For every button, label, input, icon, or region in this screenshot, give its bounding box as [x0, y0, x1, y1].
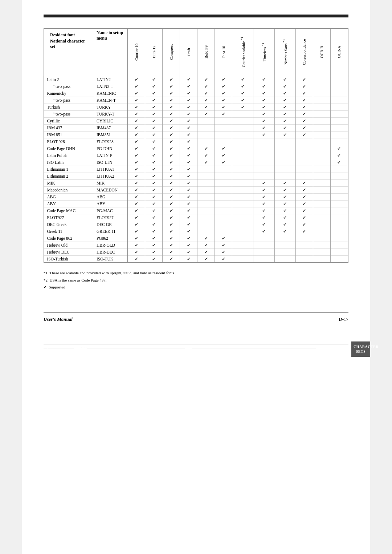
- check-cell: [232, 249, 253, 256]
- check-cell: ✔: [163, 228, 180, 235]
- table-row: Code Page MACPG-MAC✔✔✔✔✔✔✔: [44, 207, 348, 214]
- row-name-cell: Latin 2: [44, 76, 95, 83]
- check-cell: ✔: [215, 159, 232, 166]
- check-cell: ✔: [215, 76, 232, 83]
- check-cell: ✔: [180, 145, 197, 152]
- check-cell: ✔: [163, 97, 180, 104]
- check-cell: [232, 118, 253, 125]
- check-cell: ✔: [180, 111, 197, 118]
- table-header-row: Resident font National character set Nam…: [44, 29, 348, 76]
- check-cell: [274, 235, 295, 242]
- check-cell: ✔: [253, 104, 274, 111]
- row-code-cell: CYRILIC: [95, 118, 128, 125]
- check-cell: [274, 166, 295, 173]
- check-cell: ✔: [180, 249, 197, 256]
- check-cell: ✔: [128, 138, 145, 145]
- check-cell: ✔: [274, 221, 295, 228]
- row-name-cell: Code Page 862: [44, 235, 95, 242]
- check-cell: ✔: [197, 97, 215, 104]
- check-cell: [295, 138, 313, 145]
- check-cell: [330, 166, 348, 173]
- check-cell: ✔: [197, 145, 215, 152]
- check-cell: [330, 249, 348, 256]
- check-cell: [295, 235, 313, 242]
- row-name-cell: Code Page DHN: [44, 145, 95, 152]
- check-cell: ✔: [163, 111, 180, 118]
- page: Resident font National character set Nam…: [22, 0, 370, 554]
- check-cell: ✔: [163, 187, 180, 194]
- row-name-cell: Code Page MAC: [44, 207, 95, 214]
- check-cell: [313, 76, 330, 83]
- row-code-cell: HBR-OLD: [95, 242, 128, 249]
- check-cell: ✔: [145, 187, 163, 194]
- row-code-cell: LATIN2: [95, 76, 128, 83]
- row-name-cell: " two-pass: [44, 111, 95, 118]
- check-cell: [313, 173, 330, 180]
- check-cell: ✔: [295, 125, 313, 132]
- check-cell: ✔: [128, 132, 145, 138]
- check-cell: ✔: [232, 76, 253, 83]
- table-row: Greek 11GREEK 11✔✔✔✔✔✔✔: [44, 228, 348, 235]
- col-header-boldps: Bold PS: [197, 29, 215, 76]
- check-cell: [313, 194, 330, 201]
- check-cell: ✔: [274, 76, 295, 83]
- row-name-cell: ISO Latin: [44, 159, 95, 166]
- check-cell: ✔: [180, 235, 197, 242]
- check-cell: [253, 145, 274, 152]
- check-cell: [253, 249, 274, 256]
- check-cell: ✔: [253, 194, 274, 201]
- check-cell: ✔: [128, 194, 145, 201]
- row-name-cell: ELOT927: [44, 214, 95, 221]
- row-code-cell: TURKY-T: [95, 111, 128, 118]
- check-cell: [232, 201, 253, 207]
- check-cell: ✔: [232, 83, 253, 90]
- check-cell: ✔: [163, 118, 180, 125]
- check-cell: [197, 201, 215, 207]
- table-row: Code Page DHNPG-DHN✔✔✔✔✔✔✔: [44, 145, 348, 152]
- check-cell: ✔: [145, 125, 163, 132]
- check-cell: [215, 214, 232, 221]
- check-cell: [232, 221, 253, 228]
- table-row: DEC GreekDEC GR✔✔✔✔✔✔✔: [44, 221, 348, 228]
- check-cell: ✔: [128, 111, 145, 118]
- footnote-2: *2 USA is the same as Code Page 437.: [44, 277, 348, 284]
- check-cell: [295, 242, 313, 249]
- check-cell: [232, 138, 253, 145]
- check-cell: ✔: [145, 159, 163, 166]
- check-cell: ✔: [163, 221, 180, 228]
- table-row: ELOT 928ELOT928✔✔✔✔: [44, 138, 348, 145]
- check-cell: ✔: [295, 111, 313, 118]
- check-cell: ✔: [180, 194, 197, 201]
- check-cell: ✔: [145, 104, 163, 111]
- check-cell: ✔: [274, 207, 295, 214]
- check-cell: ✔: [215, 90, 232, 97]
- check-cell: ✔: [295, 207, 313, 214]
- check-cell: [313, 228, 330, 235]
- check-cell: [274, 256, 295, 263]
- check-cell: [215, 221, 232, 228]
- check-cell: ✔: [180, 173, 197, 180]
- check-cell: ✔: [215, 152, 232, 159]
- check-cell: ✔: [145, 249, 163, 256]
- check-cell: ✔: [128, 207, 145, 214]
- col-header-pica10: Pica 10: [215, 29, 232, 76]
- bottom-section: User's Manual D-17: [44, 312, 348, 322]
- check-cell: ✔: [145, 97, 163, 104]
- check-cell: ✔: [253, 187, 274, 194]
- table-row: Hebrew DECHBR-DEC✔✔✔✔✔✔: [44, 249, 348, 256]
- check-cell: [215, 173, 232, 180]
- check-cell: ✔: [197, 152, 215, 159]
- check-cell: ✔: [295, 76, 313, 83]
- row-code-cell: GREEK 11: [95, 228, 128, 235]
- check-cell: ✔: [197, 83, 215, 90]
- page-number: D-17: [339, 316, 348, 322]
- check-cell: ✔: [128, 76, 145, 83]
- check-cell: [274, 138, 295, 145]
- check-cell: [330, 173, 348, 180]
- check-cell: ✔: [274, 132, 295, 138]
- check-cell: [330, 76, 348, 83]
- row-code-cell: ABY: [95, 201, 128, 207]
- row-code-cell: TURKY: [95, 104, 128, 111]
- row-code-cell: ELOT928: [95, 138, 128, 145]
- check-cell: [330, 201, 348, 207]
